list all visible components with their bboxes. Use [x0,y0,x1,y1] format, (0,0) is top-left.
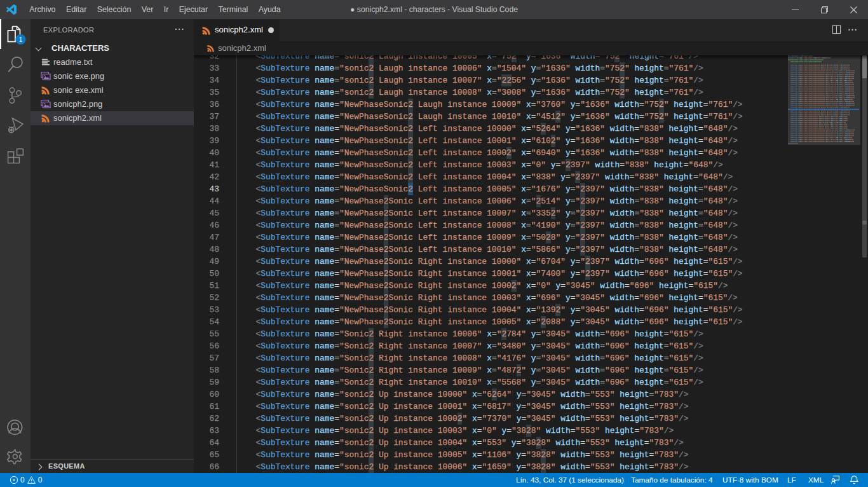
svg-text:1: 1 [19,36,23,43]
